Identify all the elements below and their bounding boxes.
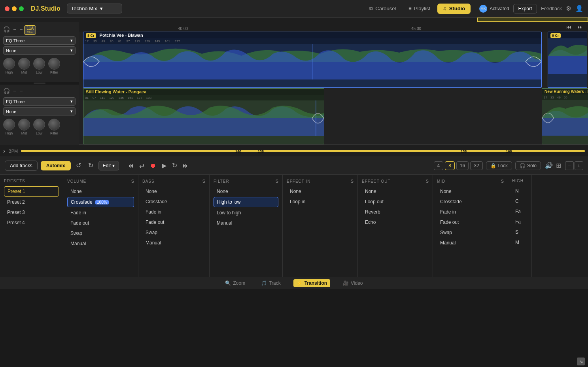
- minus3-icon[interactable]: −: [13, 88, 16, 94]
- effectout-s-button[interactable]: S: [426, 179, 429, 184]
- filter-knob2[interactable]: [48, 119, 60, 131]
- automix-button[interactable]: Automix: [41, 161, 71, 170]
- effectout-none-item[interactable]: None: [362, 187, 429, 196]
- bass-fadein-item[interactable]: Fade in: [142, 207, 205, 217]
- high-none-item[interactable]: N: [512, 186, 527, 196]
- bass-none-item[interactable]: None: [142, 187, 205, 196]
- low-knob2[interactable]: [33, 119, 45, 131]
- high-knob2[interactable]: [3, 119, 15, 131]
- high-fadeout-item[interactable]: Fa: [512, 217, 527, 227]
- mid-knob2[interactable]: [18, 119, 30, 131]
- mid-manual-item[interactable]: Manual: [437, 238, 504, 248]
- preset2-item[interactable]: Preset 2: [4, 197, 59, 207]
- eq-preset-select2b[interactable]: None ▾: [3, 107, 76, 115]
- zoom-out-button[interactable]: −: [565, 161, 574, 170]
- undo-button[interactable]: ↺: [74, 161, 83, 170]
- maximize-button[interactable]: [19, 6, 24, 11]
- bass-manual-item[interactable]: Manual: [142, 238, 205, 248]
- bpm-expand-icon[interactable]: ›: [3, 148, 5, 155]
- filter-none-item[interactable]: None: [214, 187, 278, 196]
- beat-8-button[interactable]: 8: [445, 161, 455, 170]
- beat-16-button[interactable]: 16: [456, 161, 469, 170]
- high-swap-item[interactable]: S: [512, 227, 527, 237]
- bottom-tab-transition[interactable]: ⚡ Transition: [293, 279, 330, 287]
- volume-none-item[interactable]: None: [67, 187, 134, 196]
- filter-s-button[interactable]: S: [276, 179, 278, 184]
- high-crossfade-item[interactable]: C: [512, 197, 527, 206]
- minus-icon[interactable]: −: [13, 26, 16, 32]
- effectout-loopout-item[interactable]: Loop out: [362, 197, 429, 206]
- bottom-tab-video[interactable]: 🎥 Video: [340, 279, 366, 287]
- mid-fadeout-item[interactable]: Fade out: [437, 218, 504, 227]
- high-fadein-item[interactable]: Fa: [512, 207, 527, 216]
- beat-32-button[interactable]: 32: [470, 161, 482, 170]
- filter-hightolow-item[interactable]: High to low: [214, 197, 278, 207]
- solo-button[interactable]: 🎧 Solo: [515, 161, 541, 170]
- track-divider[interactable]: [0, 81, 79, 85]
- tab-studio[interactable]: ♫ Studio: [437, 4, 471, 14]
- bass-fadeout-item[interactable]: Fade out: [142, 218, 205, 227]
- settings-icon[interactable]: ⚙: [566, 5, 571, 12]
- bass-s-button[interactable]: S: [202, 179, 205, 184]
- add-tracks-button[interactable]: Add tracks: [5, 161, 38, 171]
- loop-button[interactable]: ↻: [170, 161, 179, 170]
- mid-s-button[interactable]: S: [501, 179, 504, 184]
- headphone2-icon[interactable]: 🎧: [3, 88, 10, 94]
- effectin-loopin-item[interactable]: Loop in: [287, 197, 354, 206]
- minimize-button[interactable]: [12, 6, 17, 11]
- beat-4-button[interactable]: 4: [434, 161, 444, 170]
- track2-clip-second[interactable]: New Running Waters - Donavom 17334965: [542, 88, 588, 144]
- rewind-button[interactable]: ⏮: [564, 23, 574, 31]
- redo-button[interactable]: ↻: [86, 161, 95, 170]
- bottom-tab-zoom[interactable]: 🔍 Zoom: [222, 279, 248, 287]
- zoom-in-button[interactable]: +: [575, 161, 583, 170]
- filter-lowtohigh-item[interactable]: Low to high: [214, 208, 278, 218]
- filter-knob[interactable]: [48, 58, 60, 70]
- volume-fadeout-item[interactable]: Fade out: [67, 218, 134, 228]
- close-button[interactable]: [5, 6, 9, 11]
- bass-swap-item[interactable]: Swap: [142, 228, 205, 237]
- mid-fadein-item[interactable]: Fade in: [437, 207, 504, 217]
- headphone-icon[interactable]: 🎧: [3, 26, 10, 32]
- track1-clip-main[interactable]: 8 Cr Potchla Vee - Blawan 17334985819711…: [83, 32, 542, 88]
- mid-crossfade-item[interactable]: Crossfade: [437, 197, 504, 206]
- preset4-item[interactable]: Preset 4: [4, 218, 59, 227]
- eq-preset-select1b[interactable]: None ▾: [3, 46, 76, 55]
- skip-back-button[interactable]: ⏮: [125, 161, 136, 170]
- edit-dropdown[interactable]: Edit ▾: [98, 161, 119, 170]
- feedback-button[interactable]: Feedback: [541, 6, 562, 11]
- effectout-echo-item[interactable]: Echo: [362, 218, 429, 227]
- bass-crossfade-item[interactable]: Crossfade: [142, 197, 205, 206]
- record-button[interactable]: ⏺: [148, 161, 158, 170]
- minus4-icon[interactable]: −: [19, 88, 23, 94]
- mid-knob[interactable]: [18, 58, 30, 70]
- tab-playlist[interactable]: ≡ Playlist: [403, 4, 436, 14]
- track1-clip-second[interactable]: 9 Cr: [548, 32, 587, 88]
- effectin-s-button[interactable]: S: [351, 179, 354, 184]
- play-button[interactable]: ▶: [160, 161, 168, 170]
- tab-carousel[interactable]: ⧉ Carousel: [364, 4, 401, 14]
- track1-lane[interactable]: 8 Cr Potchla Vee - Blawan 17334985819711…: [79, 32, 588, 88]
- waveform-view-button[interactable]: 🔊: [544, 161, 554, 170]
- fast-forward-button[interactable]: ⏭: [575, 23, 585, 31]
- volume-fadein-item[interactable]: Fade in: [67, 208, 134, 218]
- track2-lane[interactable]: Still Flowing Water - Pangaea 8197113129…: [79, 88, 588, 145]
- mix-selector[interactable]: Techno Mix ▾: [67, 4, 122, 13]
- low-knob[interactable]: [33, 58, 45, 70]
- user-icon[interactable]: 👤: [575, 5, 583, 12]
- lock-button[interactable]: 🔒 Lock: [486, 161, 512, 170]
- high-knob[interactable]: [3, 58, 15, 70]
- effectout-reverb-item[interactable]: Reverb: [362, 207, 429, 217]
- sync-button[interactable]: ⇄: [137, 161, 146, 170]
- eq-preset-select1[interactable]: EQ Three ▾: [3, 36, 76, 45]
- mid-swap-item[interactable]: Swap: [437, 228, 504, 237]
- volume-swap-item[interactable]: Swap: [67, 229, 134, 238]
- volume-s-button[interactable]: S: [131, 179, 134, 184]
- eq-preset-select2[interactable]: EQ Three ▾: [3, 97, 76, 106]
- preset3-item[interactable]: Preset 3: [4, 208, 59, 217]
- volume-manual-item[interactable]: Manual: [67, 239, 134, 248]
- export-button[interactable]: Export: [513, 4, 537, 13]
- high-manual-item[interactable]: M: [512, 238, 527, 247]
- volume-crossfade-item[interactable]: Crossfade 100%: [67, 197, 134, 207]
- bottom-tab-track[interactable]: 🎵 Track: [258, 279, 284, 287]
